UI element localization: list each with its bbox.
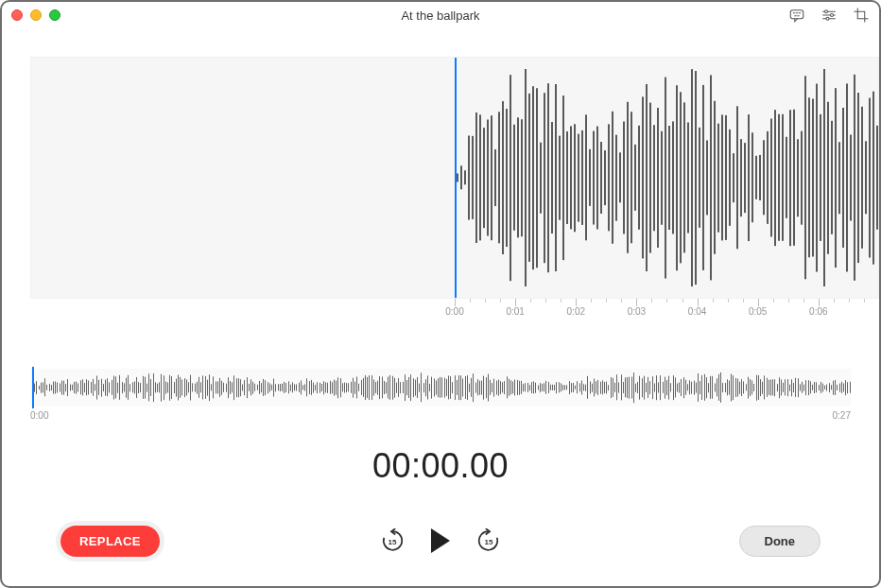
timer-display: 00:00.00 [372, 446, 509, 486]
overview-time-start: 0:00 [30, 410, 48, 421]
toolbar-right [788, 7, 870, 24]
main-waveform-area[interactable]: 0:000:010:020:030:040:050:06 [30, 57, 879, 321]
skip-back-15-button[interactable]: 15 [380, 528, 405, 553]
skip-back-seconds-label: 15 [380, 530, 405, 553]
window-titlebar: At the ballpark [2, 2, 879, 28]
sliders-icon[interactable] [821, 7, 838, 24]
ruler-tick-label: 0:05 [749, 306, 767, 317]
ruler-tick-label: 0:00 [445, 306, 463, 317]
overview-time-end: 0:27 [833, 410, 851, 421]
minimize-window-button[interactable] [30, 9, 42, 21]
overview-waveform[interactable]: 0:00 0:27 [30, 369, 851, 421]
replace-button[interactable]: REPLACE [60, 526, 160, 557]
svg-point-2 [831, 14, 834, 17]
svg-point-3 [826, 17, 829, 20]
crop-icon[interactable] [853, 7, 870, 24]
ruler-tick-label: 0:02 [567, 306, 585, 317]
window-title: At the ballpark [401, 9, 479, 23]
close-window-button[interactable] [11, 9, 23, 21]
ruler-tick-label: 0:03 [628, 306, 646, 317]
play-button[interactable] [431, 528, 450, 553]
ruler-tick-label: 0:04 [688, 306, 706, 317]
fullscreen-window-button[interactable] [49, 9, 60, 21]
ruler-tick-label: 0:06 [809, 306, 827, 317]
overview-playhead[interactable] [32, 367, 34, 408]
window-controls [11, 9, 60, 21]
main-ruler: 0:000:010:020:030:040:050:06 [455, 299, 879, 321]
done-button[interactable]: Done [739, 526, 821, 557]
playhead[interactable] [455, 57, 457, 299]
transport-controls: 15 15 [380, 528, 501, 553]
svg-rect-0 [790, 10, 803, 19]
skip-forward-15-button[interactable]: 15 [476, 528, 501, 553]
main-waveform-canvas[interactable] [30, 57, 879, 299]
skip-forward-seconds-label: 15 [476, 530, 501, 553]
svg-point-1 [825, 10, 828, 13]
bottom-controls: REPLACE 15 15 Done [2, 520, 879, 562]
ruler-tick-label: 0:01 [506, 306, 524, 317]
speech-bubble-icon[interactable] [788, 7, 805, 24]
